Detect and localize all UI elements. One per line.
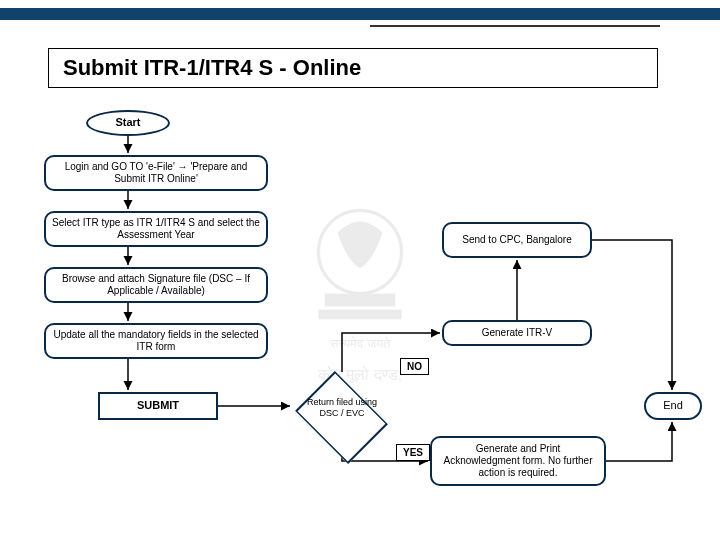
step-login: Login and GO TO 'e-File' → 'Prepare and …: [44, 155, 268, 191]
decision-dsc-evc: Return filed using DSC / EVC: [292, 370, 392, 445]
header-rule: [370, 25, 660, 27]
branch-yes: YES: [396, 444, 430, 461]
step-generate-itrv: Generate ITR-V: [442, 320, 592, 346]
step-print-ack: Generate and Print Acknowledgment form. …: [430, 436, 606, 486]
step-update-fields: Update all the mandatory fields in the s…: [44, 323, 268, 359]
submit-node: SUBMIT: [98, 392, 218, 420]
step-send-cpc: Send to CPC, Bangalore: [442, 222, 592, 258]
step-select-itr: Select ITR type as ITR 1/ITR4 S and sele…: [44, 211, 268, 247]
end-node: End: [644, 392, 702, 420]
branch-no: NO: [400, 358, 429, 375]
svg-rect-1: [325, 294, 395, 307]
step-attach-dsc: Browse and attach Signature file (DSC – …: [44, 267, 268, 303]
decision-label: Return filed using DSC / EVC: [292, 370, 392, 445]
page-title: Submit ITR-1/ITR4 S - Online: [48, 48, 658, 88]
svg-point-0: [318, 210, 401, 293]
start-node: Start: [86, 110, 170, 136]
svg-text:सत्यमेव जयते: सत्यमेव जयते: [329, 336, 391, 351]
svg-rect-2: [318, 310, 401, 320]
header-band: [0, 8, 720, 20]
